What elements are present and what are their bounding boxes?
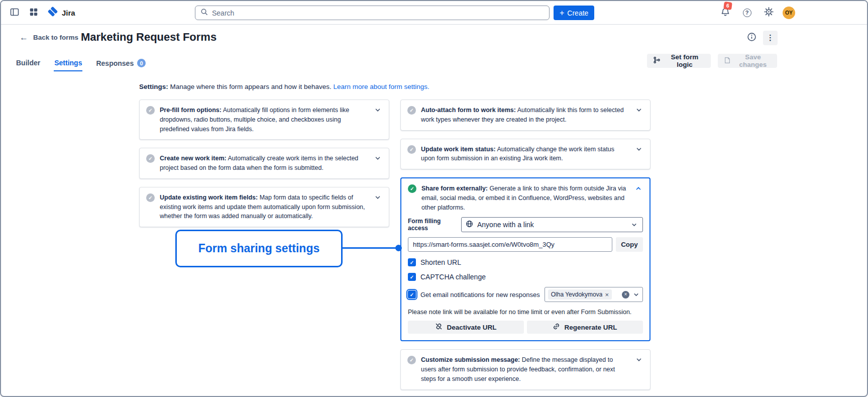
- chevron-down-icon[interactable]: [373, 106, 382, 115]
- app-grid-icon: [29, 8, 38, 18]
- link-icon: [553, 323, 560, 332]
- share-card-header[interactable]: ✓ Share form externally: Generate a link…: [408, 184, 643, 212]
- card-text: Customize submission message: Define the…: [421, 355, 629, 383]
- annotation-connector-line: [342, 247, 398, 249]
- save-changes-button[interactable]: Save changes: [718, 54, 777, 68]
- form-filling-access-label: Form filling access: [408, 218, 457, 232]
- shorten-url-checkbox[interactable]: ✓: [408, 258, 416, 266]
- app-switcher-button[interactable]: [26, 5, 41, 20]
- annotation-callout: Form sharing settings: [175, 230, 343, 267]
- avatar[interactable]: OY: [783, 7, 795, 19]
- captcha-checkbox[interactable]: ✓: [408, 273, 416, 281]
- tab-responses-label: Responses: [96, 59, 134, 67]
- notifications-button[interactable]: 6: [718, 5, 733, 20]
- info-button[interactable]: [744, 30, 759, 45]
- card-title: Update existing work item fields:: [160, 194, 258, 201]
- status-check-icon: ✓: [146, 106, 155, 115]
- card-title: Share form externally:: [421, 185, 488, 192]
- tab-bar: Builder Settings Responses 0: [16, 58, 146, 72]
- settings-column-left: ✓ Pre-fill form options: Automatically f…: [139, 100, 389, 227]
- back-to-forms-link[interactable]: ← Back to forms: [20, 33, 78, 42]
- set-form-logic-button[interactable]: Set form logic: [647, 54, 711, 68]
- card-text: Pre-fill form options: Automatically fil…: [160, 106, 368, 134]
- jira-home-link[interactable]: Jira: [45, 6, 77, 19]
- link-slash-icon: [435, 323, 443, 332]
- help-button[interactable]: ?: [739, 5, 754, 20]
- navbar-left-group: Jira: [7, 1, 77, 24]
- chevron-down-icon[interactable]: [373, 154, 382, 163]
- header-actions: ⋮: [744, 30, 778, 45]
- create-label: Create: [567, 9, 588, 17]
- card-create-new-work-item[interactable]: ✓ Create new work item: Automatically cr…: [139, 148, 389, 179]
- regenerate-url-button[interactable]: Regenerate URL: [527, 321, 643, 334]
- card-title: Create new work item:: [160, 155, 227, 162]
- tab-settings[interactable]: Settings: [54, 58, 82, 71]
- email-notifications-checkbox[interactable]: ✓: [408, 290, 416, 299]
- chevron-down-icon[interactable]: [373, 193, 382, 202]
- share-url-input[interactable]: [408, 237, 612, 252]
- search-icon: [200, 8, 208, 18]
- share-url-row: Copy: [408, 237, 643, 252]
- sidebar-toggle-button[interactable]: [7, 5, 22, 20]
- deactivate-url-label: Deactivate URL: [447, 324, 496, 331]
- share-availability-note: Please note link will be available for n…: [408, 309, 643, 316]
- status-check-icon: ✓: [407, 106, 416, 115]
- form-filling-access-select[interactable]: Anyone with a link: [461, 217, 643, 232]
- status-check-icon: ✓: [407, 356, 416, 364]
- shorten-url-option: ✓ Shorten URL: [408, 258, 643, 266]
- chevron-up-icon[interactable]: [634, 184, 643, 193]
- card-prefill-form-options[interactable]: ✓ Pre-fill form options: Automatically f…: [139, 100, 389, 140]
- email-notifications-option: ✓ Get email notifications for new respon…: [408, 287, 643, 302]
- info-icon: [747, 32, 756, 43]
- chevron-down-icon[interactable]: [634, 106, 643, 115]
- shorten-url-label: Shorten URL: [420, 258, 461, 266]
- set-form-logic-label: Set form logic: [665, 53, 705, 68]
- card-title: Customize submission message:: [421, 356, 520, 363]
- back-label: Back to forms: [33, 34, 78, 41]
- copy-button[interactable]: Copy: [616, 237, 643, 252]
- remove-tag-icon[interactable]: ×: [605, 291, 609, 298]
- learn-more-link[interactable]: Learn more about form settings.: [333, 83, 429, 90]
- globe-icon: [466, 220, 473, 230]
- page-title: Marketing Request Forms: [81, 31, 216, 44]
- card-customize-submission-message[interactable]: ✓ Customize submission message: Define t…: [400, 349, 650, 389]
- back-arrow-icon: ←: [20, 33, 28, 42]
- chevron-down-icon[interactable]: [634, 355, 643, 364]
- captcha-option: ✓ CAPTCHA challenge: [408, 273, 643, 281]
- card-share-form-externally: ✓ Share form externally: Generate a link…: [400, 177, 650, 341]
- notification-recipients-select[interactable]: Olha Yevdokymova × ×: [545, 287, 643, 302]
- success-check-icon: ✓: [408, 184, 416, 193]
- responses-count-badge: 0: [137, 59, 146, 67]
- status-check-icon: ✓: [146, 193, 155, 202]
- create-button[interactable]: + Create: [554, 6, 594, 20]
- settings-intro: Settings: Manage where this form appears…: [139, 83, 429, 90]
- search-input[interactable]: [212, 9, 544, 17]
- card-text: Share form externally: Generate a link t…: [421, 184, 629, 212]
- chevron-down-icon: [629, 220, 638, 229]
- card-auto-attach-form[interactable]: ✓ Auto-attach form to work items: Automa…: [400, 100, 650, 131]
- form-filling-access-row: Form filling access Anyone with a link: [408, 217, 643, 232]
- tab-builder[interactable]: Builder: [16, 58, 41, 71]
- status-check-icon: ✓: [146, 154, 155, 163]
- recipient-name: Olha Yevdokymova: [551, 291, 603, 298]
- save-file-icon: [724, 57, 731, 65]
- card-title: Auto-attach form to work items:: [421, 107, 516, 114]
- settings-button[interactable]: [761, 5, 776, 20]
- clear-select-icon[interactable]: ×: [622, 291, 629, 299]
- plus-icon: +: [560, 9, 564, 17]
- annotation-connector-dot: [395, 245, 402, 251]
- more-options-button[interactable]: ⋮: [763, 31, 778, 45]
- card-update-existing-work-item-fields[interactable]: ✓ Update existing work item fields: Map …: [139, 187, 389, 227]
- share-url-actions: Deactivate URL Regenerate URL: [408, 321, 643, 334]
- gear-icon: [764, 7, 774, 18]
- help-icon: ?: [743, 9, 751, 17]
- notification-count-badge: 6: [723, 2, 732, 10]
- chevron-down-icon[interactable]: [634, 145, 643, 154]
- sidebar-panel-icon: [10, 7, 20, 19]
- tab-responses[interactable]: Responses 0: [95, 58, 146, 72]
- search-bar[interactable]: [195, 6, 550, 20]
- card-update-work-item-status[interactable]: ✓ Update work item status: Automatically…: [400, 139, 650, 170]
- chevron-down-icon[interactable]: [632, 290, 639, 299]
- deactivate-url-button[interactable]: Deactivate URL: [408, 321, 524, 334]
- regenerate-url-label: Regenerate URL: [564, 324, 617, 331]
